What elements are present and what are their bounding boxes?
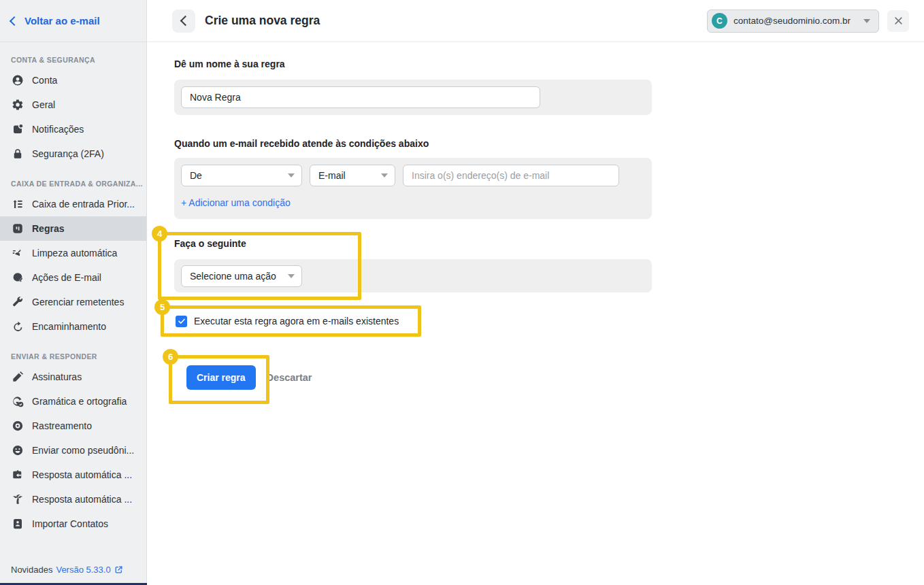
novidades-label: Novidades [11,565,52,575]
external-link-icon [114,565,123,574]
condition-type-value: E-mail [318,170,346,181]
header-right: C contato@seudominio.com.br [707,10,909,33]
sidebar-item-label: Enviar como pseudôni... [32,445,134,456]
sidebar-item-notificacoes[interactable]: Notificações [0,117,146,141]
chevron-down-icon [288,173,295,178]
sidebar-item-label: Resposta automática ... [32,469,132,480]
sidebar-item-label: Rastreamento [32,420,92,431]
conditions-label: Quando um e-mail recebido atende às cond… [174,138,653,150]
close-icon [893,16,904,26]
sidebar-item-seguranca[interactable]: Segurança (2FA) [0,141,146,166]
version-link[interactable]: Versão 5.33.0 [56,565,110,575]
back-to-email-link[interactable]: Voltar ao e-mail [0,0,146,42]
gear-icon [11,99,24,112]
sidebar-item-enviar-pseudonimo[interactable]: Enviar como pseudôni... [0,438,146,463]
sidebar-item-label: Gramática e ortografia [32,396,127,407]
pencil-icon [11,371,24,384]
sidebar-item-encaminhamento[interactable]: Encaminhamento [0,314,146,339]
sidebar-item-regras[interactable]: Regras [0,216,146,241]
create-rule-button[interactable]: Criar regra [186,365,256,390]
back-button[interactable] [172,10,195,33]
account-selector[interactable]: C contato@seudominio.com.br [707,10,879,33]
sidebar-item-assinaturas[interactable]: Assinaturas [0,365,146,389]
rule-editor-panel: Crie uma nova regra C contato@seudominio… [148,0,924,585]
rule-name-input[interactable] [181,86,540,108]
sidebar-item-label: Conta [32,75,57,86]
page-title: Crie uma nova regra [205,14,320,28]
eye-icon [11,420,24,433]
sidebar-item-label: Resposta automática ... [32,494,132,505]
app-notification-icon [11,123,24,136]
chevron-left-icon [10,16,19,25]
chevron-left-icon [180,16,191,27]
wrench-icon [11,296,24,309]
sidebar-item-conta[interactable]: Conta [0,68,146,93]
smiley-icon [11,444,24,457]
run-now-section: Executar esta regra agora em e-mails exi… [176,314,516,328]
condition-type-select[interactable]: E-mail [310,165,395,186]
action-select-value: Selecione uma ação [190,271,276,282]
check-icon [178,317,186,325]
broom-icon [11,247,24,260]
priority-inbox-icon [11,198,24,211]
close-button[interactable] [887,10,909,32]
annotation-badge-4: 4 [152,226,167,241]
sidebar-item-limpeza-automatica[interactable]: Limpeza automática [0,241,146,265]
lock-icon [11,148,24,161]
sidebar-item-gramatica[interactable]: Gramática e ortografia [0,389,146,414]
rule-name-label: Dê um nome à sua regra [174,58,653,70]
annotation-badge-6: 6 [163,349,178,365]
rules-icon [11,222,24,235]
condition-value-input[interactable] [403,165,619,186]
contact-card-icon [11,518,24,531]
conditions-panel: De E-mail + Adicionar uma condição [174,158,652,219]
sidebar-footer: Novidades Versão 5.33.0 [0,558,146,583]
section-title-inbox-organization: CAIXA DE ENTRADA & ORGANIZA... [11,180,135,188]
sidebar-item-label: Importar Contatos [32,518,108,529]
grammar-check-icon [11,395,24,408]
sidebar-item-label: Regras [32,223,64,234]
rule-editor-header: Crie uma nova regra C contato@seudominio… [148,0,924,42]
settings-sidebar: Voltar ao e-mail CONTA & SEGURANÇA Conta… [0,0,147,585]
sidebar-item-acoes-email[interactable]: Ações de E-mail [0,265,146,290]
sidebar-item-label: Encaminhamento [32,321,106,332]
user-icon [11,74,24,87]
sidebar-item-rastreamento[interactable]: Rastreamento [0,414,146,438]
action-panel: Selecione uma ação [174,259,652,292]
sidebar-item-gerenciar-remetentes[interactable]: Gerenciar remetentes [0,290,146,314]
sidebar-item-label: Limpeza automática [32,248,117,258]
sidebar-item-resposta-automatica-trabalho[interactable]: Resposta automática ... [0,463,146,487]
sidebar-item-geral[interactable]: Geral [0,93,146,117]
palm-tree-icon [11,493,24,506]
sidebar-item-label: Notificações [32,124,84,135]
section-title-send-respond: ENVIAR & RESPONDER [11,352,135,361]
chevron-down-icon [381,173,388,178]
section-title-account-security: CONTA & SEGURANÇA [11,56,135,64]
back-to-email-label: Voltar ao e-mail [24,15,100,27]
forward-icon [11,320,24,333]
condition-field-value: De [190,170,202,181]
form-actions-section: Criar regra Descartar 6 [186,365,459,390]
sidebar-item-label: Ações de E-mail [32,272,101,283]
chevron-down-icon [288,274,295,278]
sidebar-item-resposta-automatica-ferias[interactable]: Resposta automática ... [0,487,146,512]
condition-field-select[interactable]: De [181,165,302,186]
discard-button[interactable]: Descartar [267,372,312,383]
chevron-down-icon [863,19,870,23]
rule-name-panel [174,80,652,115]
sidebar-item-label: Caixa de entrada Prior... [32,199,135,210]
briefcase-return-icon [11,469,24,482]
sidebar-item-label: Geral [32,99,55,110]
rule-form: Dê um nome à sua regra Quando um e-mail … [148,42,653,390]
action-select[interactable]: Selecione uma ação [181,265,302,287]
action-section: Faça o seguinte Selecione uma ação 4 [174,238,652,292]
annotation-badge-5: 5 [154,299,170,315]
account-email: contato@seudominio.com.br [733,16,851,26]
sidebar-item-label: Segurança (2FA) [32,148,104,159]
add-condition-link[interactable]: + Adicionar uma condição [181,196,291,210]
sidebar-item-caixa-prioritaria[interactable]: Caixa de entrada Prior... [0,192,146,216]
account-avatar: C [712,13,727,29]
run-now-checkbox[interactable] [176,316,187,327]
sidebar-item-label: Assinaturas [32,371,82,382]
sidebar-item-importar-contatos[interactable]: Importar Contatos [0,512,146,536]
